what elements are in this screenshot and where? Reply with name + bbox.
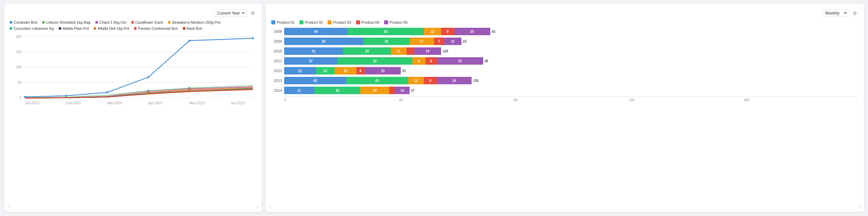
resize-icon-tl[interactable]: ⤢ <box>6 205 11 209</box>
bar-segment: 32 <box>314 87 360 94</box>
right-resize-icon-br[interactable]: ⤢ <box>858 204 861 209</box>
left-panel-header: Current Year Last Year All Time ⚙ <box>9 9 256 17</box>
svg-text:0: 0 <box>20 96 22 100</box>
bar-legend-label: Product 01 <box>277 20 295 24</box>
bar-segment: 43 <box>346 77 408 84</box>
right-sort-select[interactable]: Monthly Quarterly Yearly <box>822 9 849 17</box>
bar-segment: 43 <box>284 77 346 84</box>
svg-point-20 <box>189 40 191 42</box>
bar-year-label: 2014 <box>271 88 282 92</box>
svg-text:Jun-2023: Jun-2023 <box>231 101 245 105</box>
bar-legend-item: Product 03 <box>328 20 351 24</box>
svg-text:100: 100 <box>16 65 22 69</box>
bar-outside-label: 31 <box>402 69 406 73</box>
legend-dot <box>59 27 61 30</box>
svg-text:200: 200 <box>16 35 22 39</box>
bar-row: 20142132201037 <box>271 87 859 94</box>
right-legend: Product 01Product 02Product 03Product 04… <box>271 20 859 24</box>
bar-legend-box <box>299 20 303 24</box>
bar-segment: 32 <box>437 57 483 65</box>
left-gear-button[interactable]: ⚙ <box>249 10 256 17</box>
bar-segment: 7 <box>434 38 444 45</box>
legend-item: Alfalfa Plain Pnt <box>59 26 89 30</box>
bar-outside-label: 23 <box>463 40 467 43</box>
bar-segment: 13 <box>316 67 335 74</box>
x-tick-label: 80 <box>514 98 629 102</box>
bar-segment: 9 <box>412 57 425 65</box>
left-sort-area: Current Year Last Year All Time ⚙ <box>212 9 256 17</box>
svg-text:May-2023: May-2023 <box>190 101 205 105</box>
bar-segment: 11 <box>391 47 407 55</box>
bar-segment: 41 <box>284 47 343 55</box>
bar-segment: 25 <box>365 67 401 74</box>
legend-label: Alfalfa Deli 1kg Pnt <box>98 26 129 30</box>
bar-year-label: 2009 <box>271 39 282 43</box>
bar-segment: 25 <box>454 28 490 35</box>
x-tick-label: 160 <box>744 98 859 102</box>
legend-label: Cauliflower Each <box>135 20 163 24</box>
right-gear-button[interactable]: ⚙ <box>851 10 859 17</box>
high-margin-products-panel: Monthly Quarterly Yearly ⚙ Product 01Pro… <box>266 4 864 212</box>
line-chart-area: 200 150 100 50 0 Jan-2023 Feb-2023 Mar-2… <box>9 33 256 108</box>
bar-segment: 33 <box>343 47 391 55</box>
legend-dot <box>183 27 185 30</box>
bar-chart: 2008445312925432009553217712232010413311… <box>271 28 859 94</box>
bar-segment <box>407 47 414 55</box>
svg-point-18 <box>106 91 108 93</box>
legend-label: Strawberry Medium 250g Pnt <box>172 20 220 24</box>
legend-label: Lettuce Shredded 1kg Bag <box>46 20 90 24</box>
bar-stack: 3752983238 <box>284 57 488 65</box>
x-axis: 04080120160 <box>284 96 859 102</box>
x-tick-label: 120 <box>629 98 744 102</box>
legend-item: Cucumber Lebanese Kg <box>9 26 54 30</box>
resize-icon-br[interactable]: ⤢ <box>256 204 259 209</box>
bar-legend-item: Product 02 <box>299 20 323 24</box>
legend-label: Basil Bch <box>187 26 202 30</box>
legend-dot <box>42 21 45 24</box>
bar-segment: 44 <box>284 28 348 35</box>
legend-label: Chard 1.5kg Ctn <box>99 20 126 24</box>
svg-text:Mar-2023: Mar-2023 <box>107 101 122 105</box>
bar-year-label: 2013 <box>271 79 282 83</box>
bar-outside-label: 37 <box>411 89 415 92</box>
x-tick-label: 0 <box>284 98 399 102</box>
right-resize-icon-tl[interactable]: ⤢ <box>268 205 273 209</box>
legend-dot <box>9 27 12 30</box>
svg-point-42 <box>189 90 191 92</box>
bar-stack: 2132201037 <box>284 87 415 94</box>
legend-item: Cauliflower Each <box>131 20 163 24</box>
bar-segment: 20 <box>360 87 389 94</box>
bar-segment: 12 <box>444 38 461 45</box>
bar-legend-label: Product 04 <box>361 20 379 24</box>
bar-outside-label: 43 <box>492 30 495 34</box>
bar-segment: 9 <box>441 28 454 35</box>
bar-stack: 44531292543 <box>284 28 495 35</box>
bar-stack: 41331119109 <box>284 47 448 55</box>
bar-year-label: 2010 <box>271 49 282 53</box>
bar-segment: 10 <box>395 87 410 94</box>
bar-row: 201041331119109 <box>271 47 859 55</box>
svg-point-35 <box>147 93 149 95</box>
bar-segment: 55 <box>284 38 363 45</box>
legend-item: Chard 1.5kg Ctn <box>95 20 126 24</box>
legend-label: Parsley Continental Bch <box>138 26 178 30</box>
svg-text:50: 50 <box>18 81 22 84</box>
bar-segment: 12 <box>424 28 441 35</box>
svg-text:Feb-2023: Feb-2023 <box>66 101 81 105</box>
bar-row: 200844531292543 <box>271 28 859 35</box>
bar-segment: 53 <box>348 28 424 35</box>
left-legend: Coriander BchLettuce Shredded 1kg BagCha… <box>9 20 256 30</box>
bar-year-label: 2008 <box>271 29 282 34</box>
bar-legend-label: Product 02 <box>305 20 323 24</box>
svg-text:Jan-2023: Jan-2023 <box>25 101 40 105</box>
bar-segment: 19 <box>414 47 441 55</box>
bar-segment: 52 <box>337 57 412 65</box>
bar-legend-item: Product 04 <box>356 20 379 24</box>
legend-item: Strawberry Medium 250g Pnt <box>168 20 220 24</box>
legend-item: Coriander Bch <box>9 20 37 24</box>
bar-segment: 21 <box>284 87 314 94</box>
left-sort-select[interactable]: Current Year Last Year All Time <box>214 9 247 17</box>
bar-legend-box <box>384 20 388 24</box>
bar-segment: 9 <box>424 77 437 84</box>
bar-row: 20113752983238 <box>271 57 859 65</box>
